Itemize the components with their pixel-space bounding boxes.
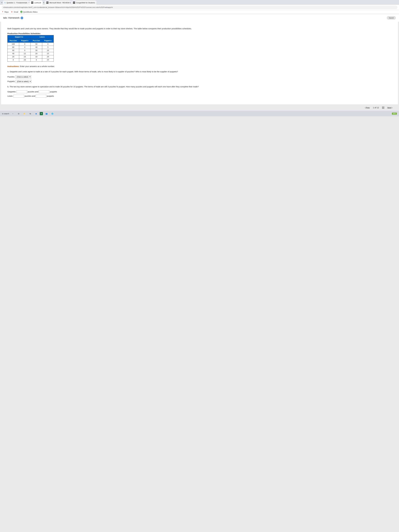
table-cell: 4: [19, 46, 31, 49]
puzzles-label: Puzzles:: [7, 76, 15, 78]
chrome-icon[interactable]: 🌐: [50, 112, 55, 116]
bookmark-label: Maps: [5, 11, 9, 13]
table-col-header: Puppets: [19, 39, 31, 43]
geppetto-puppets-input[interactable]: [39, 90, 49, 93]
table-row: 20161020: [7, 55, 54, 58]
table-cell: 0: [19, 43, 31, 46]
blackboard-icon: Bb: [46, 2, 48, 4]
geppetto-label: Geppetto:: [7, 90, 16, 93]
table-cell: 60: [7, 49, 19, 52]
nav-footer: ‹ Prev 1 of 12 Next ›: [0, 104, 399, 111]
table-cell: 15: [42, 52, 54, 55]
table-row: 020025: [7, 58, 54, 62]
info-icon[interactable]: i: [21, 17, 23, 19]
puzzles-and-label: puzzles and: [28, 90, 38, 93]
instructions-text: Enter your answers as a whole number.: [19, 65, 55, 67]
page-counter: 1 of 12: [373, 107, 379, 109]
bookmark-gmail[interactable]: M Gmail: [11, 11, 18, 13]
tab-bar: ✕ ↻ Question 1 - Fundamentals ✕ Bb 11441…: [0, 0, 399, 5]
table-row: 6083010: [7, 49, 54, 52]
table-cell: 80: [7, 46, 19, 49]
maps-icon: 📍: [2, 11, 4, 13]
geppetto-answer-row: Geppetto: puzzles and puppets: [7, 90, 392, 93]
search-text[interactable]: to search: [2, 113, 9, 115]
answer-puppets-row: Puppets: (Click to select): [7, 80, 392, 83]
battery-badge: 36%: [392, 113, 397, 115]
grid-icon[interactable]: [382, 107, 384, 109]
tab-label: CougarWeb for Students: [76, 2, 95, 4]
puppets-label: Puppets:: [7, 80, 15, 82]
blackboard-icon: Bb: [31, 2, 33, 4]
table-cell: 30: [31, 49, 42, 52]
gmail-icon: M: [11, 11, 13, 13]
table-cell: 20: [31, 52, 42, 55]
table-cell: 0: [42, 43, 54, 46]
table-cell: 50: [31, 43, 42, 46]
table-cell: 20: [42, 55, 54, 58]
next-link[interactable]: Next ›: [387, 107, 393, 109]
lewis-puzzles-input[interactable]: [14, 95, 24, 97]
bookmark-quickbooks[interactable]: qb QuickBooks Matco: [20, 11, 38, 13]
browser-tab[interactable]: Bb 1144129: [30, 0, 43, 5]
browser-tab[interactable]: Bb Microsoft Word - REVIEW E ✕: [45, 0, 71, 5]
table-cell: 20: [7, 55, 19, 58]
table-cell: 0: [7, 58, 19, 62]
table-cell: 40: [7, 52, 19, 55]
puppets-select[interactable]: (Click to select): [16, 80, 32, 83]
tab-label: 1144129: [34, 2, 41, 4]
lewis-answer-row: Lewis: puzzles and puppets: [7, 95, 392, 97]
table-cell: 40: [31, 46, 42, 49]
saved-badge: Saved: [387, 16, 396, 20]
bookmark-label: QuickBooks Matco: [23, 11, 38, 13]
geppetto-puzzles-input[interactable]: [17, 90, 27, 93]
instructions: Instructions: Enter your answers as a wh…: [7, 65, 392, 68]
puzzles-select[interactable]: (Click to select): [15, 75, 31, 78]
table-group-header: Geppetto: [7, 35, 31, 39]
close-icon[interactable]: ✕: [43, 2, 44, 4]
tab-label: Microsoft Word - REVIEW E: [50, 2, 71, 4]
puppets-word: puppets: [47, 95, 54, 97]
close-icon[interactable]: ✕: [28, 2, 29, 4]
teams-icon[interactable]: 👥: [44, 112, 49, 116]
table-row: 804405: [7, 46, 54, 49]
table-cell: 0: [31, 58, 42, 62]
file-explorer-icon[interactable]: 📁: [22, 112, 26, 116]
instructions-label: Instructions:: [7, 65, 19, 67]
url-text[interactable]: mheducation.com/ext/map/index.html?_con=…: [2, 6, 397, 9]
bookmark-maps[interactable]: 📍 Maps: [2, 11, 9, 13]
table-row: 40122015: [7, 52, 54, 55]
bookmark-label: Gmail: [14, 11, 18, 13]
task-view-icon[interactable]: ⊟: [17, 112, 21, 116]
table-cell: 25: [42, 58, 54, 62]
refresh-icon: ↻: [5, 2, 6, 4]
taskbar: to search ○ ⊟ 📁 🛍 ◉ X 👥 🌐 36%: [0, 111, 399, 116]
table-title: Production Possibilities Schedules: [7, 32, 392, 35]
question-intro: Both Geppetto and Lewis are toy store ow…: [7, 27, 392, 30]
lewis-puppets-input[interactable]: [36, 95, 46, 97]
prev-link[interactable]: ‹ Prev: [364, 107, 370, 109]
browser-tab[interactable]: ↻ Question 1 - Fundamentals ✕: [3, 0, 29, 5]
table-row: 1000500: [7, 43, 54, 46]
cortana-icon[interactable]: ○: [11, 112, 15, 116]
lewis-label: Lewis:: [7, 95, 13, 97]
page-title: tals: Homework i: [3, 17, 23, 19]
excel-icon[interactable]: X: [40, 112, 43, 115]
quickbooks-icon: qb: [20, 11, 22, 13]
edge-icon[interactable]: ◉: [34, 112, 38, 116]
close-icon[interactable]: ✕: [1, 2, 3, 4]
cougarweb-icon: CS: [73, 2, 75, 4]
browser-tab[interactable]: CS CougarWeb for Students: [71, 0, 97, 5]
production-table: Geppetto Lewis Puzzles Puppets Puzzles P…: [7, 35, 54, 62]
bookmarks-bar: 📍 Maps M Gmail qb QuickBooks Matco: [0, 10, 399, 14]
puppets-word: puppets: [50, 90, 57, 93]
question-part-a: a. Geppetto and Lewis agree to trade at …: [7, 70, 392, 73]
table-col-header: Puzzles: [31, 39, 42, 43]
page-header: tals: Homework i Saved: [0, 14, 399, 22]
puzzles-and-label: puzzles and: [25, 95, 35, 97]
question-content: Both Geppetto and Lewis are toy store ow…: [1, 22, 398, 104]
table-cell: 5: [42, 46, 54, 49]
store-icon[interactable]: 🛍: [28, 112, 32, 116]
answer-puzzles-row: Puzzles: (Click to select): [7, 75, 392, 78]
table-cell: 16: [19, 55, 31, 58]
url-bar: mheducation.com/ext/map/index.html?_con=…: [0, 5, 399, 10]
